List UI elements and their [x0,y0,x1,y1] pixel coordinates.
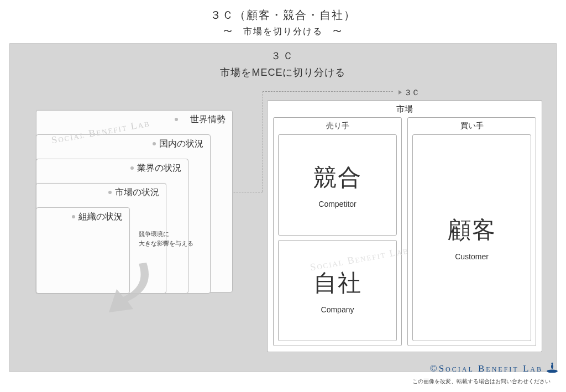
footer-brand: ©Social Benefit Lab [430,363,543,374]
seller-column: 売り手 競合 Competitor 自社 Company [273,117,402,346]
footer-note: この画像を改変、転載する場合はお問い合わせください [412,378,551,385]
stack-label: 業界の状況 [137,163,181,174]
brand-logo-icon [546,362,558,373]
three-c-frame: ３Ｃ 市場 売り手 競合 Competitor 自社 Company [267,88,542,353]
page-title: ３Ｃ（顧客・競合・自社） [0,0,566,23]
company-en: Company [321,305,354,314]
stack-label: 市場の状況 [115,187,159,198]
diagram-canvas: ３Ｃ 市場をMECEに切り分ける 世界情勢 国内の状況 業界の状況 市場の状況 [9,43,557,372]
connector-vertical [263,91,263,192]
stack-label: 組織の状況 [78,211,123,223]
competitor-cell: 競合 Competitor [278,134,397,236]
dot-icon [130,166,134,170]
competitor-jp: 競合 [313,162,362,193]
customer-en: Customer [455,252,489,261]
stack-label: 世界情勢 [190,114,226,126]
arrowhead-icon [399,90,402,95]
svg-point-1 [552,363,553,364]
buyer-column: 買い手 顧客 Customer [407,117,536,346]
arrow-note-line1: 競争環境に [139,229,193,239]
svg-point-0 [547,369,558,373]
dot-icon [153,142,156,145]
canvas-heading: ３Ｃ [9,44,557,62]
stack-label: 国内の状況 [159,138,203,150]
dot-icon [72,215,75,218]
curved-arrow-icon [107,260,162,321]
market-columns: 売り手 競合 Competitor 自社 Company 買い手 [273,117,536,346]
arrow-note: 競争環境に 大きな影響を与える [139,229,193,248]
customer-cell: 顧客 Customer [412,134,531,341]
dot-icon [108,191,112,194]
context-stack: 世界情勢 国内の状況 業界の状況 市場の状況 組織の状況 [36,110,235,309]
market-box: 市場 売り手 競合 Competitor 自社 Company [267,100,542,352]
competitor-en: Competitor [318,200,356,208]
seller-title: 売り手 [278,121,397,131]
buyer-title: 買い手 [412,121,531,131]
three-c-pointer-label: ３Ｃ [404,88,420,98]
market-title: 市場 [273,104,536,114]
arrow-note-line2: 大きな影響を与える [139,239,193,248]
customer-jp: 顧客 [448,215,496,245]
page: ３Ｃ（顧客・競合・自社） 〜 市場を切り分ける 〜 ３Ｃ 市場をMECEに切り分… [0,0,566,392]
company-cell: 自社 Company [278,240,397,341]
page-subtitle: 〜 市場を切り分ける 〜 [0,26,566,38]
canvas-subheading: 市場をMECEに切り分ける [9,66,557,79]
dot-icon [175,118,178,121]
company-jp: 自社 [313,268,362,299]
